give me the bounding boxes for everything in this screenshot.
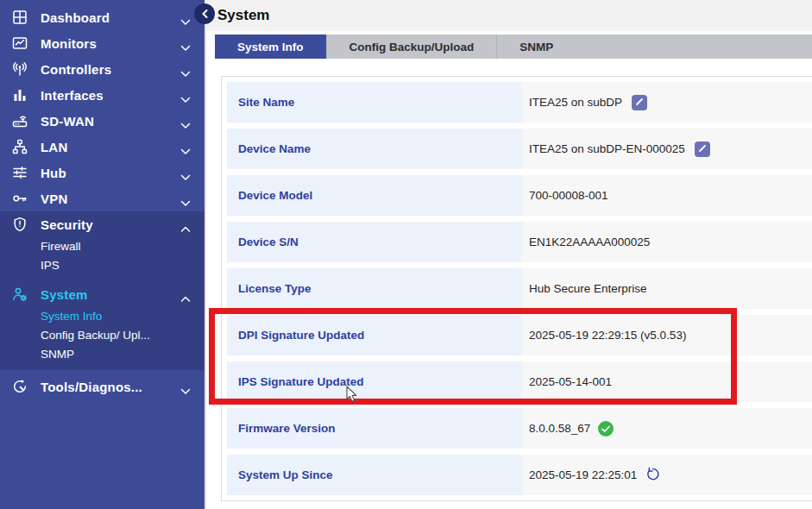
chevron-down-icon — [180, 91, 191, 98]
sidebar-item-ips[interactable]: IPS — [0, 256, 205, 275]
chevron-down-icon — [180, 66, 191, 72]
table-row-license-type: License Type Hub Secure Enterprise — [227, 268, 812, 309]
tab-snmp[interactable]: SNMP — [496, 35, 576, 59]
sidebar-item-hub[interactable]: Hub — [0, 160, 205, 185]
app-screen: Dashboard Monitors Controllers Interface… — [0, 0, 812, 509]
chevron-down-icon — [180, 169, 191, 176]
sidebar-item-interfaces[interactable]: Interfaces — [0, 82, 205, 108]
interfaces-icon — [10, 85, 29, 104]
row-label: Device Model — [227, 175, 522, 216]
chevron-up-icon — [180, 291, 191, 298]
row-value-cell: EN1K22AAAAA000025 — [522, 222, 812, 262]
sidebar-item-label: Tools/Diagnos... — [41, 380, 180, 394]
row-label: System Up Since — [227, 455, 522, 495]
table-row-device-name: Device Name ITEA25 on subDP-EN-000025 — [227, 129, 812, 169]
table-row-system-up-since: System Up Since 2025-05-19 22:25:01 — [227, 455, 812, 495]
edit-site-name-button[interactable] — [632, 95, 647, 110]
row-label: Site Name — [227, 82, 522, 123]
chevron-up-icon — [180, 221, 191, 228]
sidebar-item-tools-diagnostics[interactable]: Tools/Diagnos... — [0, 374, 205, 399]
row-label: License Type — [227, 268, 522, 309]
row-value: EN1K22AAAAA000025 — [529, 236, 650, 248]
system-info-panel: Site Name ITEA25 on subDP Device Name IT… — [221, 76, 812, 501]
sidebar-item-vpn[interactable]: VPN — [0, 185, 205, 211]
refresh-uptime-button[interactable] — [646, 467, 659, 483]
lan-icon — [10, 137, 29, 156]
sidebar-item-config-backup-upload[interactable]: Config Backup/ Upl... — [0, 326, 205, 345]
pencil-icon — [635, 96, 644, 109]
row-value: 2025-05-14-001 — [529, 375, 612, 388]
row-value: 8.0.0.58_67 — [529, 422, 590, 435]
dashboard-icon — [10, 8, 29, 27]
row-value-cell: ITEA25 on subDP — [522, 82, 812, 123]
sd-wan-icon — [10, 111, 29, 130]
pencil-icon — [698, 142, 707, 155]
row-label: Device S/N — [227, 222, 522, 262]
chevron-down-icon — [180, 40, 191, 47]
row-value-cell: ITEA25 on subDP-EN-000025 — [522, 129, 812, 169]
hub-icon — [10, 163, 29, 182]
sidebar-item-security[interactable]: Security — [0, 211, 205, 237]
tab-system-info[interactable]: System Info — [215, 35, 326, 59]
table-row-device-serial: Device S/N EN1K22AAAAA000025 — [227, 222, 812, 262]
row-value-cell: 8.0.0.58_67 — [522, 408, 812, 449]
table-row-ips-signature: IPS Signature Updated 2025-05-14-001 — [227, 361, 812, 402]
table-row-device-model: Device Model 700-00008-001 — [227, 175, 812, 216]
sidebar-item-system[interactable]: System — [0, 281, 205, 307]
sidebar-item-label: Dashboard — [41, 10, 180, 25]
tab-bar: System Info Config Backup/Upload SNMP — [215, 35, 812, 59]
row-value-cell: 2025-05-19 22:29:15 (v5.0.53) — [522, 315, 812, 355]
chevron-down-icon — [180, 143, 191, 150]
sidebar-item-dashboard[interactable]: Dashboard — [0, 4, 205, 30]
table-row-firmware-version: Firmware Version 8.0.0.58_67 — [227, 408, 812, 449]
sidebar-group-system: System System Info Config Backup/ Upl...… — [0, 281, 205, 370]
chevron-down-icon — [180, 117, 191, 124]
sidebar-item-lan[interactable]: LAN — [0, 134, 205, 160]
refresh-icon — [646, 467, 659, 483]
row-value: Hub Secure Enterprise — [529, 282, 647, 295]
chevron-down-icon — [180, 14, 191, 21]
row-label: DPI Signature Updated — [227, 315, 522, 355]
row-label: IPS Signature Updated — [227, 361, 522, 402]
sidebar-item-label: Monitors — [41, 36, 180, 51]
shield-icon — [10, 215, 29, 234]
table-row-dpi-signature: DPI Signature Updated 2025-05-19 22:29:1… — [227, 315, 812, 355]
controllers-icon — [10, 60, 29, 79]
sidebar: Dashboard Monitors Controllers Interface… — [0, 0, 205, 509]
vpn-icon — [10, 189, 29, 208]
chevron-down-icon — [180, 195, 191, 202]
collapse-sidebar-button[interactable] — [194, 3, 215, 24]
page-header: System — [206, 0, 812, 31]
sidebar-item-sd-wan[interactable]: SD-WAN — [0, 108, 205, 134]
sidebar-item-system-info[interactable]: System Info — [0, 307, 205, 326]
sidebar-item-label: LAN — [41, 140, 180, 154]
sidebar-group-security: Security Firewall IPS — [0, 211, 205, 281]
row-label: Firmware Version — [227, 408, 522, 449]
row-value: ITEA25 on subDP-EN-000025 — [529, 142, 685, 155]
sidebar-item-monitors[interactable]: Monitors — [0, 30, 205, 56]
sidebar-item-label: Security — [41, 217, 180, 232]
monitors-icon — [10, 34, 29, 53]
main-content: System System Info Config Backup/Upload … — [205, 0, 812, 509]
sidebar-item-snmp[interactable]: SNMP — [0, 345, 205, 364]
sidebar-item-label: Hub — [41, 166, 180, 180]
row-value: ITEA25 on subDP — [529, 96, 622, 109]
tab-config-backup-upload[interactable]: Config Backup/Upload — [326, 35, 497, 59]
row-value-cell: 2025-05-19 22:25:01 — [522, 455, 812, 495]
tab-bar-filler — [576, 35, 812, 59]
edit-device-name-button[interactable] — [695, 141, 710, 157]
sidebar-item-controllers[interactable]: Controllers — [0, 56, 205, 82]
row-label: Device Name — [227, 129, 522, 169]
row-value-cell: Hub Secure Enterprise — [522, 268, 812, 309]
sidebar-item-firewall[interactable]: Firewall — [0, 237, 205, 256]
sidebar-item-label: VPN — [41, 192, 180, 206]
row-value-cell: 2025-05-14-001 — [522, 361, 812, 402]
check-circle-icon — [598, 421, 614, 437]
user-gear-icon — [10, 285, 29, 304]
row-value-cell: 700-00008-001 — [522, 175, 812, 216]
row-value: 2025-05-19 22:25:01 — [529, 468, 637, 481]
table-row-site-name: Site Name ITEA25 on subDP — [227, 82, 812, 123]
sidebar-item-label: System — [41, 287, 180, 302]
sidebar-item-label: Interfaces — [41, 88, 180, 103]
sidebar-item-label: Controllers — [41, 62, 180, 77]
